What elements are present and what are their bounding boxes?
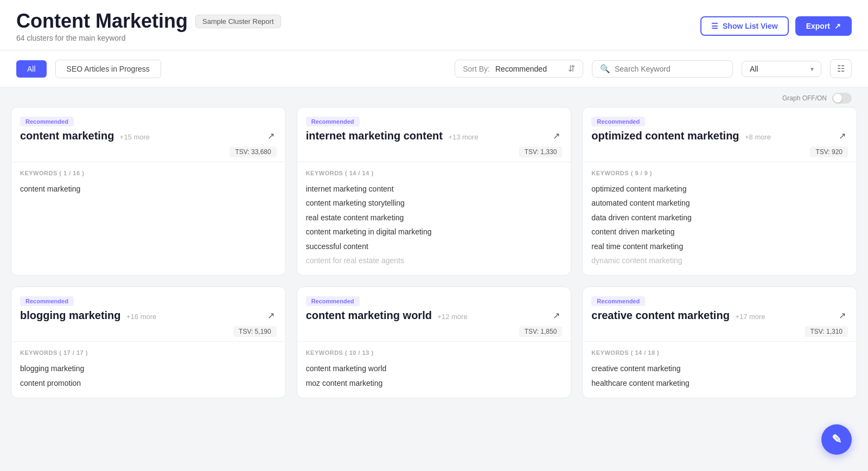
card-header: Recommended content marketing world +12 … — [297, 287, 571, 322]
card-more: +8 more — [745, 133, 771, 141]
tsv-badge: TSV: 1,330 — [519, 147, 563, 157]
expand-button[interactable]: ↗ — [837, 130, 848, 142]
keyword-item: content marketing — [20, 182, 277, 196]
tsv-badge: TSV: 1,850 — [519, 326, 563, 337]
tsv-badge: TSV: 33,680 — [229, 147, 276, 157]
keywords-label: KEYWORDS ( 9 / 9 ) — [591, 170, 848, 176]
sort-icon: ⇵ — [568, 63, 575, 74]
expand-button[interactable]: ↗ — [265, 130, 277, 142]
recommended-badge: Recommended — [306, 117, 360, 126]
cluster-card: Recommended content marketing world +12 … — [297, 287, 572, 398]
card-title: blogging marketing — [20, 309, 121, 321]
tsv-badge: TSV: 5,190 — [233, 326, 277, 337]
cluster-card: Recommended internet marketing content +… — [297, 107, 572, 276]
keyword-item: data driven content marketing — [591, 211, 848, 225]
expand-button[interactable]: ↗ — [837, 309, 848, 322]
keyword-item: healthcare content marketing — [591, 376, 848, 390]
keyword-item: automated content marketing — [591, 196, 848, 210]
card-body: KEYWORDS ( 10 / 13 ) content marketing w… — [297, 342, 571, 398]
keyword-item: real estate content marketing — [306, 211, 563, 225]
keyword-item: content for real estate agents — [306, 253, 563, 268]
recommended-badge: Recommended — [306, 296, 360, 306]
search-box: 🔍 — [592, 60, 733, 78]
cluster-card: Recommended creative content marketing +… — [582, 287, 857, 398]
list-view-button[interactable]: ☰ Show List View — [700, 16, 789, 36]
card-title-text: optimized content marketing +8 more — [591, 130, 771, 142]
cluster-card: Recommended blogging marketing +16 more … — [11, 287, 286, 398]
keyword-item: content marketing storytelling — [306, 196, 563, 210]
recommended-badge: Recommended — [591, 296, 645, 306]
keywords-label: KEYWORDS ( 10 / 13 ) — [306, 349, 563, 356]
tsv-row: TSV: 33,680 — [11, 142, 285, 162]
card-title: optimized content marketing — [591, 130, 739, 142]
export-button[interactable]: Export ↗ — [795, 16, 852, 36]
search-icon: 🔍 — [600, 64, 610, 74]
filter-icon: ☷ — [837, 64, 845, 73]
keyword-item: moz content marketing — [306, 376, 563, 390]
keyword-item: real time content marketing — [591, 239, 848, 253]
page-subtitle: 64 clusters for the main keyword — [16, 34, 281, 42]
card-more: +13 more — [448, 133, 478, 141]
recommended-badge: Recommended — [20, 296, 74, 306]
filter-select[interactable]: All Recommended — [742, 61, 821, 77]
card-body: KEYWORDS ( 1 / 16 ) content marketing — [11, 162, 285, 203]
expand-button[interactable]: ↗ — [551, 309, 562, 322]
card-title-row: creative content marketing +17 more ↗ — [591, 309, 848, 322]
graph-toggle-switch[interactable] — [832, 93, 852, 104]
tsv-row: TSV: 1,310 — [583, 322, 857, 341]
card-header: Recommended blogging marketing +16 more … — [11, 287, 285, 322]
keyword-item: dynamic content marketing — [591, 253, 848, 268]
card-title-text: creative content marketing +17 more — [591, 309, 765, 322]
search-input[interactable] — [615, 65, 725, 73]
keywords-label: KEYWORDS ( 14 / 14 ) — [306, 170, 563, 176]
keyword-item: internet marketing content — [306, 182, 563, 196]
keyword-item: content marketing in digital marketing — [306, 225, 563, 239]
card-title-row: internet marketing content +13 more ↗ — [306, 130, 563, 142]
card-title-row: blogging marketing +16 more ↗ — [20, 309, 277, 322]
card-title: content marketing — [20, 130, 114, 142]
page-title: Content Marketing — [16, 10, 188, 33]
keyword-item: content marketing world — [306, 361, 563, 375]
card-body: KEYWORDS ( 14 / 14 ) internet marketing … — [297, 162, 571, 275]
card-body: KEYWORDS ( 14 / 18 ) creative content ma… — [583, 342, 857, 398]
card-title-row: content marketing world +12 more ↗ — [306, 309, 563, 322]
card-title-text: internet marketing content +13 more — [306, 130, 478, 142]
expand-button[interactable]: ↗ — [265, 309, 277, 322]
recommended-badge: Recommended — [591, 117, 645, 126]
header-actions: ☰ Show List View Export ↗ — [700, 16, 852, 36]
keyword-item: blogging marketing — [20, 361, 277, 375]
card-title: content marketing world — [306, 309, 432, 321]
filter-button[interactable]: ☷ — [830, 59, 852, 78]
keywords-label: KEYWORDS ( 17 / 17 ) — [20, 349, 277, 356]
tsv-row: TSV: 920 — [583, 142, 857, 162]
tab-all[interactable]: All — [16, 60, 47, 78]
list-icon: ☰ — [711, 22, 718, 30]
card-header: Recommended optimized content marketing … — [583, 107, 857, 142]
keyword-item: optimized content marketing — [591, 182, 848, 196]
sort-group: Sort By: Recommended Alphabetical TSV Hi… — [455, 60, 583, 78]
keyword-item: content driven marketing — [591, 225, 848, 239]
card-title-row: content marketing +15 more ↗ — [20, 130, 277, 142]
card-title-text: content marketing world +12 more — [306, 309, 468, 322]
card-more: +17 more — [735, 313, 765, 321]
keywords-label: KEYWORDS ( 14 / 18 ) — [591, 349, 848, 356]
toggle-knob — [833, 94, 842, 103]
header-title-group: Content Marketing Sample Cluster Report … — [16, 10, 281, 42]
cluster-card: Recommended optimized content marketing … — [582, 107, 857, 276]
card-more: +12 more — [437, 313, 467, 321]
page-header: Content Marketing Sample Cluster Report … — [0, 0, 868, 50]
cluster-card: Recommended content marketing +15 more ↗… — [11, 107, 286, 276]
keyword-item: creative content marketing — [591, 361, 848, 375]
graph-toggle-row: Graph OFF/ON — [0, 87, 868, 107]
tsv-row: TSV: 1,330 — [297, 142, 571, 162]
sort-label: Sort By: — [463, 65, 490, 73]
card-more: +16 more — [126, 313, 156, 321]
sort-select[interactable]: Recommended Alphabetical TSV High to Low — [495, 65, 563, 73]
tsv-badge: TSV: 1,310 — [805, 326, 848, 337]
card-body: KEYWORDS ( 9 / 9 ) optimized content mar… — [583, 162, 857, 275]
expand-button[interactable]: ↗ — [551, 130, 562, 142]
tab-seo-articles[interactable]: SEO Articles in Progress — [55, 60, 161, 78]
tsv-badge: TSV: 920 — [810, 147, 848, 157]
card-title: internet marketing content — [306, 130, 443, 142]
card-title-text: content marketing +15 more — [20, 130, 150, 142]
